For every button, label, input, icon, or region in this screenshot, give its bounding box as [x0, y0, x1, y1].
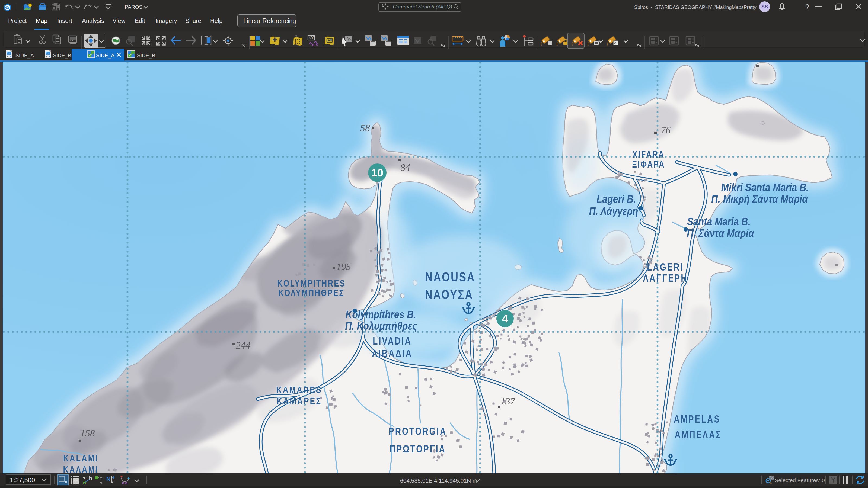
- svg-text:195: 195: [336, 261, 351, 272]
- svg-text:Santa Maria B.: Santa Maria B.: [687, 215, 750, 227]
- svg-text:N: N: [106, 476, 111, 482]
- svg-text:ΚΟΛΥΜΠΗΘΡΕΣ: ΚΟΛΥΜΠΗΘΡΕΣ: [278, 288, 344, 298]
- svg-text:Π. Λάγγερη: Π. Λάγγερη: [589, 205, 638, 217]
- svg-text:ΛΙΒΑΔΙΑ: ΛΙΒΑΔΙΑ: [372, 348, 412, 359]
- svg-text:ΛΑΓΓΕΡΗ: ΛΑΓΓΕΡΗ: [643, 272, 688, 284]
- svg-text:XY: XY: [309, 35, 314, 40]
- svg-text:ΞΙΦΑΡΑ: ΞΙΦΑΡΑ: [632, 159, 665, 170]
- svg-text:58: 58: [360, 123, 370, 133]
- svg-text:PROTORGIA: PROTORGIA: [389, 425, 447, 437]
- svg-text:ΚΑΛΑΜΙ: ΚΑΛΑΜΙ: [63, 464, 98, 474]
- svg-text:ΚΑΜΑΡΕΣ: ΚΑΜΑΡΕΣ: [277, 395, 322, 406]
- svg-text:A: A: [614, 41, 617, 45]
- svg-text:244: 244: [236, 340, 250, 351]
- svg-text:LIVADIA: LIVADIA: [373, 335, 412, 347]
- svg-text:Π. Κολυμπήθρες: Π. Κολυμπήθρες: [345, 320, 417, 332]
- svg-text:10: 10: [371, 167, 383, 178]
- svg-text:Lageri B.: Lageri B.: [596, 193, 636, 205]
- svg-text:Kolympithres B.: Kolympithres B.: [346, 308, 416, 321]
- svg-text:137: 137: [500, 396, 516, 407]
- svg-text:158: 158: [80, 428, 95, 438]
- svg-text:XIFARA: XIFARA: [632, 149, 665, 160]
- svg-text:LAGERI: LAGERI: [647, 261, 684, 272]
- svg-text:Mikri Santa Maria B.: Mikri Santa Maria B.: [721, 181, 809, 193]
- svg-text:ΝΑΟΥΣΑ: ΝΑΟΥΣΑ: [425, 287, 474, 302]
- svg-text:Π. Σάντα Μαρία: Π. Σάντα Μαρία: [687, 227, 755, 239]
- svg-text:ΠΡΩΤΟΡΓΙΑ: ΠΡΩΤΟΡΓΙΑ: [390, 443, 446, 454]
- svg-text:KAMARES: KAMARES: [276, 384, 322, 395]
- svg-text:Π. Μικρή Σάντα Μαρία: Π. Μικρή Σάντα Μαρία: [711, 193, 808, 205]
- svg-text:AMPELAS: AMPELAS: [674, 413, 720, 425]
- svg-text:KALAMI: KALAMI: [63, 453, 98, 464]
- svg-text:NAOUSA: NAOUSA: [425, 270, 475, 284]
- svg-text:ΑΜΠΕΛΑΣ: ΑΜΠΕΛΑΣ: [675, 429, 721, 440]
- svg-text:4: 4: [502, 313, 508, 325]
- svg-text:76: 76: [661, 125, 671, 135]
- svg-text:KOLYMPITHRES: KOLYMPITHRES: [277, 278, 346, 289]
- svg-text:84: 84: [400, 162, 410, 173]
